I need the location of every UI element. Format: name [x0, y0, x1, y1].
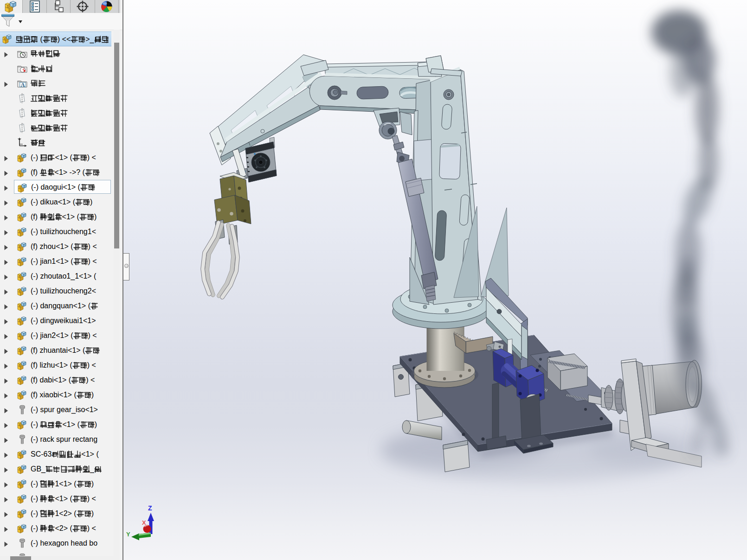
svg-text:A: A [21, 82, 25, 88]
svg-text:X: X [142, 519, 146, 526]
svg-text:Z: Z [148, 504, 152, 512]
svg-text:Y: Y [126, 531, 130, 538]
